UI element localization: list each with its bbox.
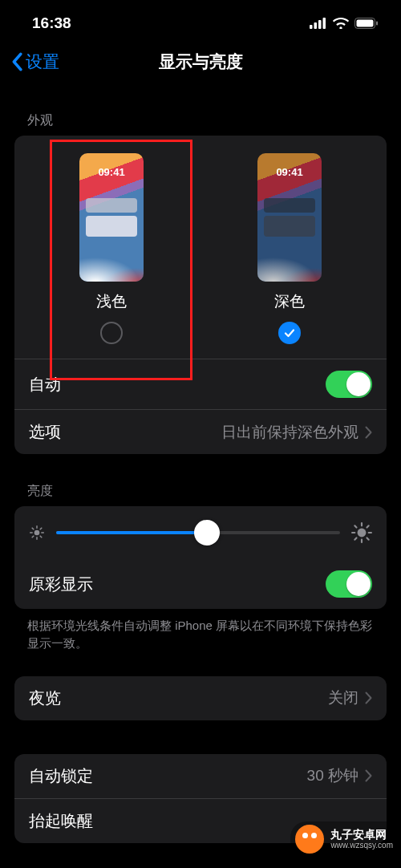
svg-line-13 — [40, 536, 42, 537]
appearance-section-label: 外观 — [0, 83, 401, 136]
cellular-icon — [310, 18, 327, 29]
light-label: 浅色 — [96, 291, 127, 312]
sun-large-icon — [351, 522, 372, 543]
preview-time: 09:41 — [79, 166, 144, 178]
auto-toggle[interactable] — [326, 371, 372, 398]
auto-lock-row[interactable]: 自动锁定 30 秒钟 — [14, 754, 387, 798]
sun-small-icon — [29, 525, 45, 541]
appearance-light-option[interactable]: 09:41 浅色 — [51, 153, 172, 344]
options-value: 日出前保持深色外观 — [221, 422, 372, 443]
status-bar: 16:38 — [0, 0, 401, 40]
appearance-picker-row: 09:41 浅色 09:41 深色 — [14, 136, 387, 359]
dark-label: 深色 — [274, 291, 305, 312]
watermark: 丸子安卓网 www.wzsqsy.com — [290, 821, 401, 857]
night-shift-group: 夜览 关闭 — [14, 676, 387, 720]
dark-radio-checked — [278, 322, 301, 344]
true-tone-note: 根据环境光线条件自动调整 iPhone 屏幕以在不同环境下保持色彩显示一致。 — [0, 609, 401, 652]
dark-preview: 09:41 — [257, 153, 322, 282]
options-row[interactable]: 选项 日出前保持深色外观 — [14, 409, 387, 454]
svg-line-15 — [40, 528, 42, 529]
svg-rect-0 — [310, 25, 313, 29]
svg-rect-5 — [357, 20, 374, 27]
true-tone-toggle[interactable] — [326, 570, 372, 598]
auto-lock-value: 30 秒钟 — [307, 765, 372, 786]
brightness-section-label: 亮度 — [0, 454, 401, 506]
chevron-right-icon — [365, 769, 372, 782]
auto-lock-label: 自动锁定 — [29, 765, 93, 787]
night-shift-value: 关闭 — [328, 688, 372, 708]
chevron-right-icon — [365, 692, 372, 704]
brightness-slider[interactable] — [56, 531, 340, 534]
appearance-group: 09:41 浅色 09:41 深色 自动 选项 — [14, 136, 387, 454]
watermark-logo-icon — [295, 825, 324, 854]
raise-label: 抬起唤醒 — [29, 810, 93, 832]
status-icons — [310, 18, 379, 29]
page-title: 显示与亮度 — [159, 51, 243, 73]
slider-thumb[interactable] — [194, 520, 220, 546]
chevron-left-icon — [10, 52, 24, 71]
watermark-url: www.wzsqsy.com — [330, 841, 393, 850]
brightness-slider-row — [14, 506, 387, 559]
auto-label: 自动 — [29, 374, 61, 395]
night-shift-label: 夜览 — [29, 688, 61, 709]
brightness-group: 原彩显示 — [14, 506, 387, 609]
svg-line-22 — [367, 538, 369, 540]
nav-bar: 设置 显示与亮度 — [0, 40, 401, 83]
status-time: 16:38 — [32, 14, 71, 32]
back-button[interactable]: 设置 — [10, 51, 59, 73]
appearance-dark-option[interactable]: 09:41 深色 — [229, 153, 350, 344]
svg-rect-2 — [318, 20, 322, 29]
svg-line-24 — [367, 525, 369, 527]
preview-time: 09:41 — [257, 166, 322, 178]
auto-row: 自动 — [14, 359, 387, 409]
back-label: 设置 — [26, 51, 59, 73]
night-shift-row[interactable]: 夜览 关闭 — [14, 676, 387, 720]
svg-rect-3 — [323, 18, 326, 29]
battery-icon — [354, 18, 379, 29]
svg-line-12 — [32, 528, 34, 529]
svg-point-7 — [34, 530, 40, 536]
true-tone-row: 原彩显示 — [14, 559, 387, 609]
svg-rect-1 — [314, 22, 318, 29]
true-tone-label: 原彩显示 — [29, 574, 93, 595]
chevron-right-icon — [365, 426, 372, 439]
watermark-name: 丸子安卓网 — [330, 829, 393, 841]
svg-line-14 — [32, 536, 34, 537]
light-preview: 09:41 — [79, 153, 144, 282]
light-radio-unchecked — [100, 322, 123, 344]
svg-point-16 — [358, 529, 367, 537]
options-label: 选项 — [29, 421, 61, 443]
svg-rect-6 — [376, 22, 378, 26]
wifi-icon — [333, 18, 349, 29]
checkmark-icon — [283, 327, 296, 339]
svg-line-23 — [354, 538, 356, 540]
svg-line-21 — [354, 525, 356, 527]
